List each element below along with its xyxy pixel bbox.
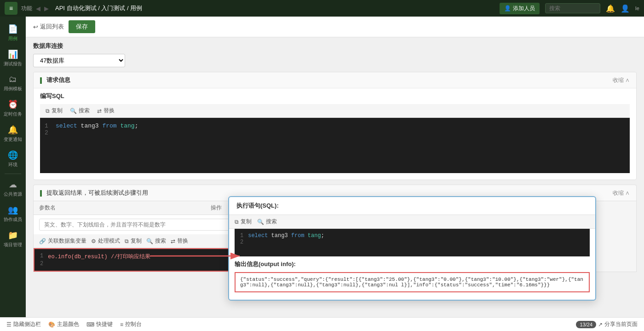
share-icon: ↗ [598,321,603,328]
back-arrow-icon: ↩ [33,23,38,30]
extract-code-line-2: 2 [40,261,229,267]
extract-code-actions: 🔗 关联数据集变量 ⚙ 处理模式 ⧉ 复制 🔍 [34,234,236,248]
console-icon: ≡ [120,321,123,328]
replace2-icon: ⇄ [171,238,175,244]
param-name-input[interactable] [39,219,230,231]
sidebar-divider [5,174,21,174]
extract-collapse-btn[interactable]: 收缩 ∧ [613,189,630,197]
template-icon: 🗂 [9,75,17,84]
processing-mode-btn[interactable]: ⚙ 处理模式 [91,237,120,245]
processing-icon: ⚙ [91,238,96,244]
sidebar-item-huanjing[interactable]: 🌐 环境 [0,146,26,172]
popup-sql-line-2: 2 [240,239,584,245]
top-nav: ≡ 功能 ◀ ▶ API 自动化测试 / 入门测试 / 用例 👤 添加人员 🔔 … [0,0,644,17]
popup-sql-label: 执行语句(SQL): [229,197,595,215]
extract-col-header: 参数名 操作 [34,201,236,215]
extract-search-btn[interactable]: 🔍 搜索 [146,237,166,245]
popup-sql-editor[interactable]: 1 select tang3 from tang; 2 [235,229,590,256]
param-name-col-header: 参数名 [39,204,202,212]
link-icon: 🔗 [39,238,46,244]
popup-sql-line-1: 1 select tang3 from tang; [240,232,584,239]
popup-output-label: 输出信息(output info): [229,256,595,272]
db-section: 数据库连接 47数据库 [26,37,644,67]
extract-code-line-1: 1 eo.info(db_result) //打印响应结果 [40,253,229,261]
ops-col-header: 操作 [202,204,230,212]
report-icon: 📊 [8,49,18,59]
popup-copy-btn[interactable]: ⧉ 复制 [235,218,252,226]
popup-output-box: {"status":"success","query":{"result":[{… [235,272,590,292]
replace-icon: ⇄ [97,108,102,114]
main-content: ↩ 返回列表 保存 数据库连接 47数据库 请求信息 收缩 ∧ 编写S [26,17,644,317]
sql-section-title: 编写SQL [40,92,630,100]
share-btn[interactable]: ↗ 分享当前页面 [598,320,638,328]
ie-label: Ie [635,6,639,11]
shortcut-btn[interactable]: ⌨ 快捷键 [86,320,113,328]
db-label: 数据库连接 [33,42,637,50]
sql-section: 编写SQL ⧉ 复制 🔍 搜索 ⇄ 替换 [40,92,630,173]
project-icon: 📁 [8,230,18,240]
case-icon: 📄 [8,24,18,34]
request-collapse-btn[interactable]: 收缩 ∧ [613,76,630,84]
sidebar-item-ziyuan[interactable]: ☁ 公共资源 [0,176,26,201]
popup-overlay: 执行语句(SQL): ⧉ 复制 🔍 搜索 1 select tang3 from… [228,196,596,301]
sidebar-item-tongzhi[interactable]: 🔔 变更通知 [0,121,26,146]
bottom-bar-left: ☰ 隐藏侧边栏 🎨 主题颜色 ⌨ 快捷键 ≡ 控制台 [6,320,142,328]
sql-line-1: 1 select tang3 from tang; [45,122,625,129]
back-button[interactable]: ↩ 返回列表 [33,23,64,31]
sidebar-item-chengyuan[interactable]: 👥 协作成员 [0,201,26,226]
associate-var-btn[interactable]: 🔗 关联数据集变量 [39,237,86,245]
request-section-title: 请求信息 [40,76,70,84]
sql-copy-btn[interactable]: ⧉ 复制 [46,107,63,115]
extract-section-title: 提取返回结果，可被后续测试步骤引用 [40,189,148,197]
extract-left-panel: 参数名 操作 🔗 关联数据集变量 ⚙ 处理模式 [34,201,236,272]
search-icon: 🔍 [70,108,77,114]
toolbar: ↩ 返回列表 保存 [26,17,644,37]
sidebar-item-muban[interactable]: 🗂 用例模板 [0,71,26,96]
sql-line-2: 2 [45,129,625,136]
sidebar-item-guanli[interactable]: 📁 项目管理 [0,226,26,252]
app-logo: ≡ [5,2,17,15]
request-section: 请求信息 收缩 ∧ 编写SQL ⧉ 复制 🔍 搜索 ⇄ [33,72,637,180]
sidebar-item-baogao[interactable]: 📊 测试报告 [0,46,26,71]
add-member-button[interactable]: 👤 添加人员 [500,3,540,14]
func-label: 功能 [21,5,32,12]
breadcrumb: API 自动化测试 / 入门测试 / 用例 [55,4,142,12]
popup-copy-icon: ⧉ [235,219,239,225]
theme-icon: 🎨 [48,321,55,328]
bottom-bar-right: 13/24 ↗ 分享当前页面 [576,320,638,328]
resource-icon: ☁ [9,180,17,190]
db-select[interactable]: 47数据库 [33,54,125,67]
user-icon[interactable]: 👤 [621,4,630,13]
shortcut-icon: ⌨ [86,321,94,328]
sidebar-item-renwu[interactable]: ⏰ 定时任务 [0,96,26,121]
sql-editor[interactable]: 1 select tang3 from tang; 2 [40,118,630,173]
extract-replace-btn[interactable]: ⇄ 替换 [171,237,188,245]
bell-icon[interactable]: 🔔 [606,4,615,13]
popup-sql-actions: ⧉ 复制 🔍 搜索 [229,215,595,229]
save-button[interactable]: 保存 [69,20,95,33]
console-btn[interactable]: ≡ 控制台 [120,320,142,328]
extract-code-editor[interactable]: 1 eo.info(db_result) //打印响应结果 2 [34,248,236,272]
sql-actions: ⧉ 复制 🔍 搜索 ⇄ 替换 [40,104,630,118]
add-member-icon: 👤 [504,5,511,12]
hide-sidebar-btn[interactable]: ☰ 隐藏侧边栏 [6,320,41,328]
top-nav-right: 👤 添加人员 🔔 👤 Ie [500,3,639,14]
extract-copy-btn[interactable]: ⧉ 复制 [125,237,142,245]
sidebar-item-yongli[interactable]: 📄 用例 [0,20,26,46]
page-indicator: 13/24 [576,321,596,328]
copy-icon: ⧉ [46,108,50,114]
bottom-bar: ☰ 隐藏侧边栏 🎨 主题颜色 ⌨ 快捷键 ≡ 控制台 13/24 ↗ 分享当前页… [0,317,644,331]
theme-color-btn[interactable]: 🎨 主题颜色 [48,320,79,328]
env-icon: 🌐 [8,150,18,160]
copy2-icon: ⧉ [125,238,129,244]
sql-replace-btn[interactable]: ⇄ 替换 [97,107,115,115]
popup-search-btn[interactable]: 🔍 搜索 [257,218,277,226]
sql-search-btn[interactable]: 🔍 搜索 [70,107,90,115]
notify-icon: 🔔 [8,125,18,135]
member-icon: 👥 [8,205,18,215]
request-section-header: 请求信息 收缩 ∧ [34,72,636,88]
body-wrap: 📄 用例 📊 测试报告 🗂 用例模板 ⏰ 定时任务 🔔 变更通知 🌐 环境 ☁ … [0,17,644,317]
timer-icon: ⏰ [8,99,18,110]
top-search-input[interactable] [545,3,600,13]
sidebar: 📄 用例 📊 测试报告 🗂 用例模板 ⏰ 定时任务 🔔 变更通知 🌐 环境 ☁ … [0,17,26,317]
